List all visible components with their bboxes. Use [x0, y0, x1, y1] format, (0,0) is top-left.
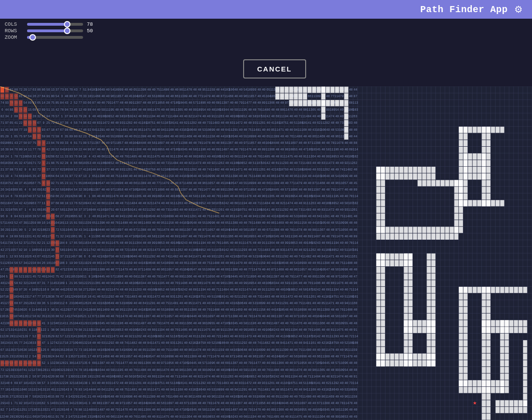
app-title: Path Finder App — [420, 4, 508, 15]
cols-label: COLS — [5, 21, 23, 27]
cols-slider[interactable] — [27, 23, 83, 26]
cols-control: COLS 78 — [5, 21, 527, 27]
grid-area[interactable] — [0, 86, 532, 420]
rows-label: ROWS — [5, 28, 23, 34]
cancel-overlay: CANCEL — [243, 59, 306, 78]
controls-panel: COLS 78 ROWS 50 ZOOM — [0, 19, 532, 41]
rows-control: ROWS 50 — [5, 28, 527, 34]
zoom-label: ZOOM — [5, 35, 23, 40]
settings-button[interactable]: ⚙ — [512, 3, 525, 15]
rows-value: 50 — [87, 28, 101, 34]
cols-value: 78 — [87, 21, 101, 27]
zoom-control: ZOOM — [5, 35, 527, 40]
rows-slider[interactable] — [27, 29, 83, 32]
zoom-slider[interactable] — [27, 36, 83, 39]
gear-icon: ⚙ — [514, 4, 523, 15]
cancel-button[interactable]: CANCEL — [243, 59, 306, 78]
grid-canvas[interactable] — [0, 86, 532, 420]
app-header: Path Finder App ⚙ — [0, 0, 532, 19]
